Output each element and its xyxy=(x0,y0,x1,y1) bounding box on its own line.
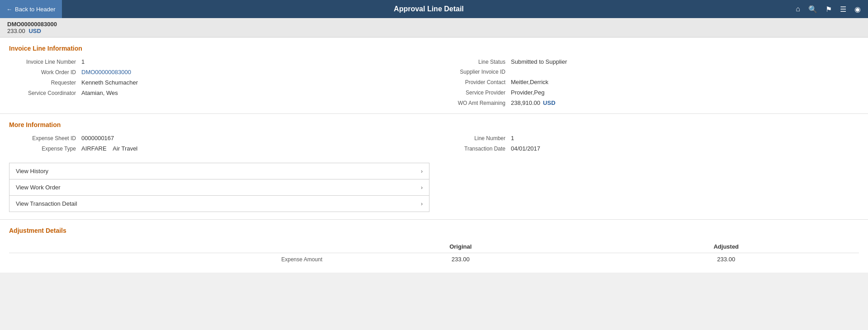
value-service-coordinator: Atamian, Wes xyxy=(81,90,118,96)
amount-value: 233.00 xyxy=(7,28,25,34)
value-service-provider: Provider,Peg xyxy=(511,89,544,96)
search-icon[interactable]: 🔍 xyxy=(808,5,817,14)
form-row-provider-contact: Provider Contact Meitler,Derrick xyxy=(439,79,859,85)
form-row-expense-sheet-id: Expense Sheet ID 0000000167 xyxy=(9,135,429,141)
row-original-expense-amount: 233.00 xyxy=(328,253,594,266)
invoice-line-left: Invoice Line Number 1 Work Order ID DMO0… xyxy=(9,58,429,106)
action-links-box: View History › View Work Order › View Tr… xyxy=(9,163,429,212)
value-work-order-id[interactable]: DMO00000083000 xyxy=(81,69,131,75)
user-icon[interactable]: ◉ xyxy=(854,5,861,14)
more-information-title: More Information xyxy=(9,121,859,128)
adjustment-details-title: Adjustment Details xyxy=(9,227,859,234)
info-bar: DMO00000083000 233.00 USD xyxy=(0,18,868,38)
label-expense-type: Expense Type xyxy=(9,146,81,152)
invoice-line-right: Line Status Submitted to Supplier Suppli… xyxy=(439,58,859,106)
value-wo-amt-remaining: 238,910.00 xyxy=(511,99,540,106)
adjustment-table: Original Adjusted Expense Amount 233.00 … xyxy=(9,240,859,265)
view-work-order-label: View Work Order xyxy=(16,184,61,191)
form-row-wo-amt-remaining: WO Amt Remaining 238,910.00 USD xyxy=(439,99,859,106)
col-header-adjusted: Adjusted xyxy=(594,240,859,253)
form-row-expense-type: Expense Type AIRFARE Air Travel xyxy=(9,145,429,152)
home-icon[interactable]: ⌂ xyxy=(796,5,800,13)
value-expense-sheet-id: 0000000167 xyxy=(81,135,114,141)
view-transaction-detail-link[interactable]: View Transaction Detail › xyxy=(9,196,429,212)
label-work-order-id: Work Order ID xyxy=(9,69,81,75)
invoice-line-grid: Invoice Line Number 1 Work Order ID DMO0… xyxy=(9,58,859,106)
label-transaction-date: Transaction Date xyxy=(439,146,511,152)
form-row-line-number: Invoice Line Number 1 xyxy=(9,58,429,65)
label-expense-sheet-id: Expense Sheet ID xyxy=(9,135,81,141)
form-row-transaction-date: Transaction Date 04/01/2017 xyxy=(439,145,859,152)
chevron-right-icon-3: › xyxy=(421,201,423,207)
chevron-right-icon-2: › xyxy=(421,184,423,191)
label-wo-amt-remaining: WO Amt Remaining xyxy=(439,100,511,106)
back-arrow-icon: ← xyxy=(6,6,12,13)
form-row-line-number-more: Line Number 1 xyxy=(439,135,859,141)
value-invoice-line-number: 1 xyxy=(81,58,85,65)
flag-icon[interactable]: ⚑ xyxy=(826,5,832,14)
col-header-label xyxy=(9,240,328,253)
label-line-status: Line Status xyxy=(439,59,511,65)
col-header-original: Original xyxy=(328,240,594,253)
document-id: DMO00000083000 xyxy=(7,21,861,28)
more-info-left: Expense Sheet ID 0000000167 Expense Type… xyxy=(9,135,429,212)
form-row-line-status: Line Status Submitted to Supplier xyxy=(439,58,859,65)
view-work-order-link[interactable]: View Work Order › xyxy=(9,179,429,196)
value-line-status: Submitted to Supplier xyxy=(511,58,567,65)
label-supplier-invoice-id: Supplier Invoice ID xyxy=(439,69,511,75)
more-info-grid: Expense Sheet ID 0000000167 Expense Type… xyxy=(9,135,859,212)
form-row-requester: Requester Kenneth Schumacher xyxy=(9,79,429,86)
label-requester: Requester xyxy=(9,80,81,86)
page-title: Approval Line Detail xyxy=(62,5,796,13)
value-transaction-date: 04/01/2017 xyxy=(511,145,540,152)
header-icons: ⌂ 🔍 ⚑ ☰ ◉ xyxy=(796,5,868,14)
wo-amt-currency: USD xyxy=(543,99,555,106)
row-label-expense-amount: Expense Amount xyxy=(9,253,328,266)
value-requester: Kenneth Schumacher xyxy=(81,79,138,86)
view-history-link[interactable]: View History › xyxy=(9,163,429,179)
back-button-label: Back to Header xyxy=(15,6,56,13)
value-expense-type: AIRFARE Air Travel xyxy=(81,145,137,152)
label-line-number-more: Line Number xyxy=(439,135,511,141)
form-row-service-coordinator: Service Coordinator Atamian, Wes xyxy=(9,90,429,96)
invoice-line-title: Invoice Line Information xyxy=(9,45,859,52)
row-adjusted-expense-amount: 233.00 xyxy=(594,253,859,266)
label-provider-contact: Provider Contact xyxy=(439,79,511,85)
header-bar: ← Back to Header Approval Line Detail ⌂ … xyxy=(0,0,868,18)
menu-icon[interactable]: ☰ xyxy=(840,5,846,14)
currency-code: USD xyxy=(28,28,41,34)
table-row: Expense Amount 233.00 233.00 xyxy=(9,253,859,266)
main-content: Invoice Line Information Invoice Line Nu… xyxy=(0,38,868,273)
value-line-number-more: 1 xyxy=(511,135,514,141)
chevron-right-icon: › xyxy=(421,168,423,174)
form-row-service-provider: Service Provider Provider,Peg xyxy=(439,89,859,96)
form-row-supplier-invoice-id: Supplier Invoice ID xyxy=(439,69,859,75)
more-information-section: More Information Expense Sheet ID 000000… xyxy=(0,114,868,220)
label-invoice-line-number: Invoice Line Number xyxy=(9,59,81,65)
invoice-line-section: Invoice Line Information Invoice Line Nu… xyxy=(0,38,868,114)
back-to-header-button[interactable]: ← Back to Header xyxy=(0,0,62,18)
value-provider-contact: Meitler,Derrick xyxy=(511,79,548,85)
label-service-provider: Service Provider xyxy=(439,90,511,96)
view-history-label: View History xyxy=(16,168,48,174)
label-service-coordinator: Service Coordinator xyxy=(9,90,81,96)
more-info-right: Line Number 1 Transaction Date 04/01/201… xyxy=(439,135,859,212)
form-row-work-order-id: Work Order ID DMO00000083000 xyxy=(9,69,429,75)
view-transaction-detail-label: View Transaction Detail xyxy=(16,200,77,207)
adjustment-details-section: Adjustment Details Original Adjusted Exp… xyxy=(0,220,868,273)
